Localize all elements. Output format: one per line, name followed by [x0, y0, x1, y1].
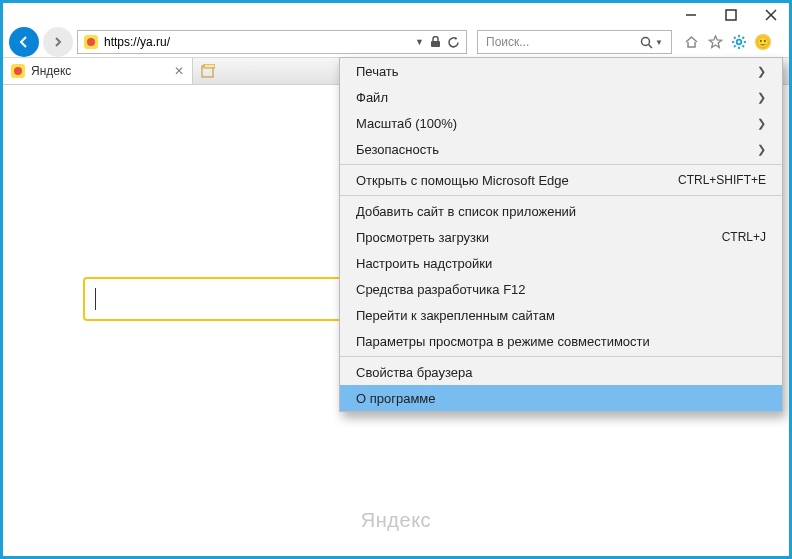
shortcut-label: CTRL+SHIFT+E	[678, 173, 766, 187]
svg-point-5	[642, 37, 650, 45]
search-dropdown-icon[interactable]: ▼	[655, 38, 663, 47]
new-tab-button[interactable]	[193, 58, 223, 84]
yandex-brand-label: Яндекс	[3, 509, 789, 532]
tab-yandex[interactable]: Яндекс ✕	[3, 58, 193, 84]
site-favicon	[84, 35, 98, 49]
menu-add-to-apps[interactable]: Добавить сайт в список приложений	[340, 198, 782, 224]
menu-separator	[340, 195, 782, 196]
menu-zoom[interactable]: Масштаб (100%)❯	[340, 110, 782, 136]
tools-gear-icon[interactable]	[730, 33, 748, 51]
menu-file[interactable]: Файл❯	[340, 84, 782, 110]
menu-f12-tools[interactable]: Средства разработчика F12	[340, 276, 782, 302]
svg-line-15	[742, 37, 744, 39]
menu-separator	[340, 356, 782, 357]
forward-button[interactable]	[43, 27, 73, 57]
chevron-right-icon: ❯	[757, 117, 766, 130]
menu-compat-view[interactable]: Параметры просмотра в режиме совместимос…	[340, 328, 782, 354]
menu-view-downloads[interactable]: Просмотреть загрузкиCTRL+J	[340, 224, 782, 250]
menu-print[interactable]: Печать❯	[340, 58, 782, 84]
maximize-button[interactable]	[721, 5, 741, 25]
menu-about[interactable]: О программе	[340, 385, 782, 411]
tools-menu: Печать❯ Файл❯ Масштаб (100%)❯ Безопаснос…	[339, 57, 783, 412]
svg-line-12	[734, 37, 736, 39]
menu-separator	[340, 164, 782, 165]
refresh-icon[interactable]	[447, 36, 460, 49]
svg-line-14	[734, 45, 736, 47]
address-url: https://ya.ru/	[104, 35, 170, 49]
search-box[interactable]: Поиск... ▼	[477, 30, 672, 54]
svg-rect-1	[726, 10, 736, 20]
dropdown-icon[interactable]: ▼	[415, 37, 424, 47]
toolbar-icons: 🙂	[682, 33, 772, 51]
text-caret	[95, 288, 96, 310]
svg-line-6	[649, 44, 653, 48]
svg-rect-4	[431, 41, 440, 47]
menu-security[interactable]: Безопасность❯	[340, 136, 782, 162]
home-icon[interactable]	[682, 33, 700, 51]
search-placeholder: Поиск...	[486, 35, 529, 49]
lock-icon[interactable]	[430, 36, 441, 48]
address-bar-controls: ▼	[415, 36, 460, 49]
search-icon-group: ▼	[640, 36, 663, 49]
chevron-right-icon: ❯	[757, 143, 766, 156]
tab-favicon	[11, 64, 25, 78]
toolbar: https://ya.ru/ ▼ Поиск... ▼ 🙂	[3, 27, 789, 57]
address-bar[interactable]: https://ya.ru/ ▼	[77, 30, 467, 54]
svg-rect-17	[204, 64, 215, 68]
menu-open-edge[interactable]: Открыть с помощью Microsoft EdgeCTRL+SHI…	[340, 167, 782, 193]
feedback-smile-icon[interactable]: 🙂	[754, 33, 772, 51]
titlebar	[3, 3, 789, 27]
svg-point-7	[737, 40, 742, 45]
shortcut-label: CTRL+J	[722, 230, 766, 244]
close-window-button[interactable]	[761, 5, 781, 25]
tab-title: Яндекс	[31, 64, 71, 78]
minimize-button[interactable]	[681, 5, 701, 25]
search-icon[interactable]	[640, 36, 653, 49]
back-button[interactable]	[9, 27, 39, 57]
svg-line-13	[742, 45, 744, 47]
menu-browser-properties[interactable]: Свойства браузера	[340, 359, 782, 385]
chevron-right-icon: ❯	[757, 91, 766, 104]
favorites-icon[interactable]	[706, 33, 724, 51]
close-tab-icon[interactable]: ✕	[174, 64, 184, 78]
menu-goto-pinned[interactable]: Перейти к закрепленным сайтам	[340, 302, 782, 328]
menu-manage-addons[interactable]: Настроить надстройки	[340, 250, 782, 276]
chevron-right-icon: ❯	[757, 65, 766, 78]
